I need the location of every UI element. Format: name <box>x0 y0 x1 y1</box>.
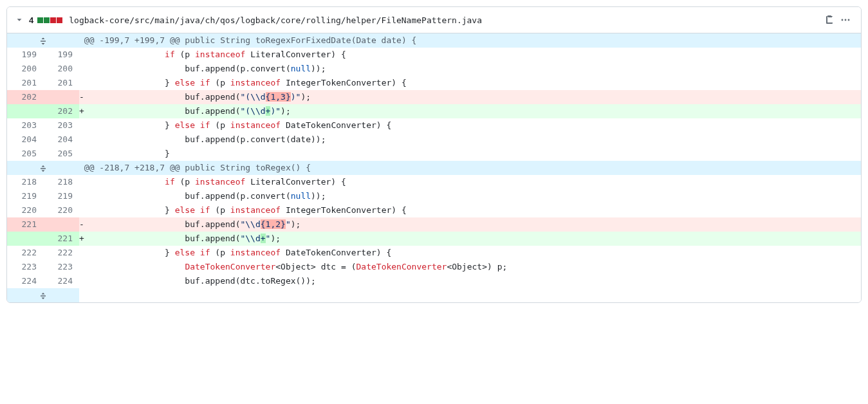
code-row: 221+ buf.append("\\d+"); <box>7 232 861 246</box>
diff-marker <box>79 147 84 161</box>
old-line-number[interactable]: 222 <box>7 246 43 260</box>
diff-marker <box>79 76 84 90</box>
code-row: 203203 } else if (p instanceof DateToken… <box>7 118 861 133</box>
old-line-number[interactable]: 201 <box>7 76 43 90</box>
old-line-number[interactable]: 224 <box>7 274 43 288</box>
code-content: buf.append(p.convert(null)); <box>84 62 861 76</box>
expand-hunk-button[interactable] <box>7 161 79 175</box>
copy-path-button[interactable] <box>822 12 838 28</box>
new-line-number[interactable]: 223 <box>43 260 79 274</box>
diff-marker: - <box>79 217 84 232</box>
new-line-number[interactable]: 220 <box>43 203 79 217</box>
new-line-number[interactable]: 224 <box>43 274 79 288</box>
code-row: 202- buf.append("(\\d{1,3})"); <box>7 90 861 104</box>
old-line-number[interactable]: 199 <box>7 48 43 62</box>
new-line-number[interactable]: 199 <box>43 48 79 62</box>
old-line-number[interactable]: 219 <box>7 189 43 203</box>
old-line-number[interactable]: 205 <box>7 147 43 161</box>
code-content: buf.append("\\d{1,2}"); <box>84 217 861 232</box>
new-line-number[interactable]: 218 <box>43 175 79 189</box>
diff-marker <box>79 175 84 189</box>
code-row: 205205 } <box>7 147 861 161</box>
code-row: 224224 buf.append(dtc.toRegex()); <box>7 274 861 288</box>
new-line-number[interactable] <box>43 217 79 232</box>
clipboard-icon <box>825 15 835 25</box>
file-header: 4 logback-core/src/main/java/ch/qos/logb… <box>7 7 861 33</box>
new-line-number[interactable]: 222 <box>43 246 79 260</box>
code-content: buf.append(p.convert(date)); <box>84 133 861 147</box>
diff-marker: + <box>79 232 84 246</box>
expand-below-button[interactable] <box>7 288 79 302</box>
diff-marker <box>79 62 84 76</box>
old-line-number[interactable] <box>7 232 43 246</box>
expand-hunk-button[interactable] <box>7 33 79 48</box>
diff-marker <box>79 118 84 133</box>
collapse-toggle[interactable] <box>15 15 24 24</box>
code-row: 200200 buf.append(p.convert(null)); <box>7 62 861 76</box>
diff-table: @@ -199,7 +199,7 @@ public String toRege… <box>7 33 861 302</box>
code-row: 201201 } else if (p instanceof IntegerTo… <box>7 76 861 90</box>
code-content: buf.append("(\\d{1,3})"); <box>84 90 861 104</box>
code-row: 222222 } else if (p instanceof DateToken… <box>7 246 861 260</box>
old-line-number[interactable]: 218 <box>7 175 43 189</box>
expand-below-row <box>7 288 861 302</box>
code-row: 204204 buf.append(p.convert(date)); <box>7 133 861 147</box>
new-line-number[interactable]: 201 <box>43 76 79 90</box>
new-line-number[interactable] <box>43 90 79 104</box>
old-line-number[interactable] <box>7 104 43 118</box>
svg-point-2 <box>848 19 850 21</box>
code-row: 199199 if (p instanceof LiteralConverter… <box>7 48 861 62</box>
file-path-link[interactable]: logback-core/src/main/java/ch/qos/logbac… <box>69 15 818 25</box>
code-content: } else if (p instanceof DateTokenConvert… <box>84 118 861 133</box>
old-line-number[interactable]: 203 <box>7 118 43 133</box>
code-content: } <box>84 147 861 161</box>
new-line-number[interactable]: 221 <box>43 232 79 246</box>
svg-rect-5 <box>41 295 46 296</box>
diffstat-add-block <box>44 17 50 23</box>
code-content: buf.append("(\\d+)"); <box>84 104 861 118</box>
old-line-number[interactable]: 221 <box>7 217 43 232</box>
code-content: if (p instanceof LiteralConverter) { <box>84 48 861 62</box>
new-line-number[interactable]: 203 <box>43 118 79 133</box>
hunk-header-row: @@ -218,7 +218,7 @@ public String toRege… <box>7 161 861 175</box>
diff-marker <box>79 203 84 217</box>
new-line-number[interactable]: 204 <box>43 133 79 147</box>
new-line-number[interactable]: 219 <box>43 189 79 203</box>
code-row: 219219 buf.append(p.convert(null)); <box>7 189 861 203</box>
svg-point-1 <box>845 19 847 21</box>
code-row: 218218 if (p instanceof LiteralConverter… <box>7 175 861 189</box>
diff-marker: + <box>79 104 84 118</box>
hunk-header-text: @@ -199,7 +199,7 @@ public String toRege… <box>84 33 861 48</box>
old-line-number[interactable]: 200 <box>7 62 43 76</box>
file-actions-menu[interactable] <box>838 12 853 28</box>
new-line-number[interactable]: 200 <box>43 62 79 76</box>
diff-marker: - <box>79 90 84 104</box>
diffstat-del-block <box>50 17 56 23</box>
diffstat-add-block <box>37 17 43 23</box>
new-line-number[interactable]: 202 <box>43 104 79 118</box>
diff-marker <box>79 48 84 62</box>
svg-rect-3 <box>41 41 46 41</box>
diff-marker <box>79 133 84 147</box>
diffstat-del-block <box>57 17 62 23</box>
code-row: 202+ buf.append("(\\d+)"); <box>7 104 861 118</box>
new-line-number[interactable]: 205 <box>43 147 79 161</box>
kebab-icon <box>840 15 851 25</box>
code-content: buf.append(p.convert(null)); <box>84 189 861 203</box>
diff-marker <box>79 274 84 288</box>
svg-rect-4 <box>41 168 46 169</box>
code-content: buf.append("\\d+"); <box>84 232 861 246</box>
hunk-marker <box>79 161 84 175</box>
old-line-number[interactable]: 223 <box>7 260 43 274</box>
old-line-number[interactable]: 220 <box>7 203 43 217</box>
code-row: 223223 DateTokenConverter<Object> dtc = … <box>7 260 861 274</box>
hunk-header-row: @@ -199,7 +199,7 @@ public String toRege… <box>7 33 861 48</box>
diffstat-count: 4 <box>29 15 33 25</box>
code-content: } else if (p instanceof IntegerTokenConv… <box>84 203 861 217</box>
code-content: } else if (p instanceof DateTokenConvert… <box>84 246 861 260</box>
code-content: buf.append(dtc.toRegex()); <box>84 274 861 288</box>
diff-marker <box>79 246 84 260</box>
code-content: } else if (p instanceof IntegerTokenConv… <box>84 76 861 90</box>
old-line-number[interactable]: 204 <box>7 133 43 147</box>
old-line-number[interactable]: 202 <box>7 90 43 104</box>
